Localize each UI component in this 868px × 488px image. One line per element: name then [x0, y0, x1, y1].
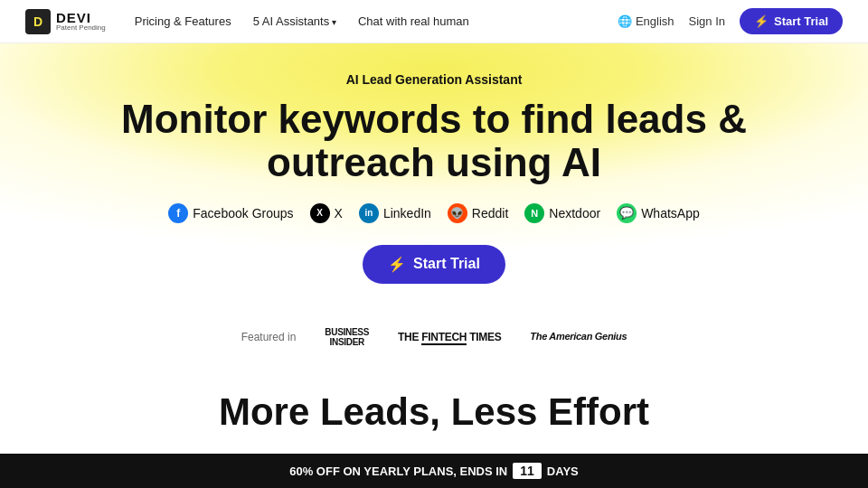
- more-leads-section: More Leads, Less Effort: [0, 369, 868, 445]
- reddit-icon: 👽: [448, 203, 467, 223]
- nav-pricing[interactable]: Pricing & Features: [135, 14, 231, 28]
- hero-section: AI Lead Generation Assistant Monitor key…: [0, 43, 868, 305]
- banner-text-after: DAYS: [547, 465, 579, 478]
- nav-assistants[interactable]: 5 AI Assistants: [253, 14, 336, 28]
- logo: D DEVI Patent Pending: [25, 9, 106, 34]
- nav-chat[interactable]: Chat with real human: [358, 14, 469, 28]
- featured-label: Featured in: [241, 331, 297, 343]
- american-genius-logo: The American Genius: [530, 331, 627, 343]
- logo-name: DEVI: [56, 11, 106, 24]
- nav-right: 🌐 English Sign In ⚡ Start Trial: [618, 8, 843, 34]
- platform-facebook: f Facebook Groups: [168, 203, 293, 223]
- platforms-list: f Facebook Groups X X in LinkedIn 👽 Redd…: [18, 203, 850, 223]
- logo-sub: Patent Pending: [56, 24, 106, 32]
- hero-title: Monitor keywords to find leads & outreac…: [18, 98, 850, 185]
- nav-links: Pricing & Features 5 AI Assistants Chat …: [135, 14, 469, 28]
- promo-banner: 60% OFF ON YEARLY PLANS, ENDS IN 11 DAYS: [0, 454, 868, 488]
- platform-whatsapp: 💬 WhatsApp: [617, 203, 700, 223]
- featured-logos: BUSINESSINSIDER THE FINTECH TIMES The Am…: [325, 327, 627, 347]
- nav-start-trial-button[interactable]: ⚡ Start Trial: [740, 8, 843, 34]
- banner-days: 11: [513, 463, 542, 479]
- platform-nextdoor: N Nextdoor: [524, 203, 600, 223]
- linkedin-icon: in: [359, 203, 379, 223]
- nextdoor-icon: N: [524, 203, 544, 223]
- x-icon: X: [310, 203, 330, 223]
- facebook-icon: f: [168, 203, 188, 223]
- logo-icon: D: [25, 9, 51, 34]
- navbar: D DEVI Patent Pending Pricing & Features…: [0, 0, 868, 43]
- platform-reddit: 👽 Reddit: [448, 203, 508, 223]
- platform-x: X X: [310, 203, 343, 223]
- hero-subtitle: AI Lead Generation Assistant: [18, 72, 850, 87]
- nav-language[interactable]: 🌐 English: [618, 14, 674, 28]
- nav-signin[interactable]: Sign In: [689, 14, 725, 28]
- banner-text-before: 60% OFF ON YEARLY PLANS, ENDS IN: [289, 465, 507, 478]
- nav-left: D DEVI Patent Pending Pricing & Features…: [25, 9, 469, 34]
- featured-section: Featured in BUSINESSINSIDER THE FINTECH …: [0, 305, 868, 369]
- whatsapp-icon: 💬: [617, 203, 637, 223]
- more-leads-heading: More Leads, Less Effort: [18, 390, 850, 434]
- platform-linkedin: in LinkedIn: [359, 203, 431, 223]
- business-insider-logo: BUSINESSINSIDER: [325, 327, 369, 347]
- fintech-times-logo: THE FINTECH TIMES: [398, 331, 501, 343]
- hero-start-trial-button[interactable]: ⚡ Start Trial: [363, 245, 505, 284]
